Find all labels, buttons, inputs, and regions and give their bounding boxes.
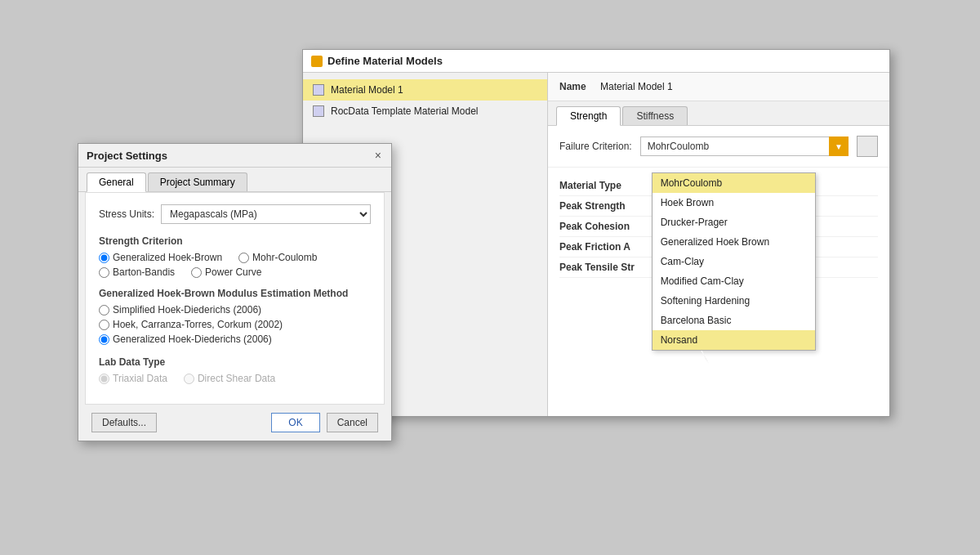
strength-criterion-group: Strength Criterion Generalized Hoek-Brow…: [99, 235, 371, 278]
project-body: Stress Units: Megapascals (MPa) Strength…: [85, 192, 385, 405]
material-item-label-1: RocData Template Material Model: [331, 105, 479, 117]
dropdown-item-4[interactable]: Cam-Clay: [653, 252, 815, 271]
failure-criterion-extra-button[interactable]: [857, 136, 878, 157]
strength-radio-bb-label: Barton-Bandis: [113, 266, 175, 278]
project-dialog: Project Settings × General Project Summa…: [78, 143, 392, 441]
strength-radio-ghb-label: Generalized Hoek-Brown: [113, 252, 222, 263]
strength-radio-mc: Mohr-Coulomb: [238, 252, 317, 263]
modulus-radio-1-label: Hoek, Carranza-Torres, Corkum (2002): [113, 319, 283, 330]
lab-radio-direct-label: Direct Shear Data: [198, 373, 275, 384]
strength-radio-pc-input[interactable]: [191, 267, 202, 278]
failure-criterion-dropdown-arrow[interactable]: ▼: [829, 137, 849, 156]
lab-data-row: Triaxial Data Direct Shear Data: [99, 373, 371, 384]
cancel-button[interactable]: Cancel: [327, 413, 378, 432]
modulus-radio-0-input[interactable]: [99, 305, 109, 316]
failure-criterion-label: Failure Criterion:: [559, 141, 632, 152]
dialog-title-icon: [311, 56, 323, 67]
stress-units-select[interactable]: Megapascals (MPa): [161, 204, 371, 224]
modulus-radio-0-label: Simplified Hoek-Diederichs (2006): [113, 304, 261, 316]
strength-radio-mc-label: Mohr-Coulomb: [252, 252, 317, 263]
proj-tab-general[interactable]: General: [87, 172, 146, 192]
failure-criterion-value: MohrCoulomb: [648, 141, 709, 152]
project-close-button[interactable]: ×: [373, 149, 383, 162]
modulus-section-label: Generalized Hoek-Brown Modulus Estimatio…: [99, 288, 371, 299]
ok-cancel-row: OK Cancel: [271, 413, 378, 432]
dropdown-item-7[interactable]: Barcelona Basic: [653, 311, 815, 330]
strength-radio-bb-input[interactable]: [99, 267, 109, 278]
modulus-radio-1-input[interactable]: [99, 320, 109, 330]
dropdown-item-1[interactable]: Hoek Brown: [653, 193, 815, 213]
dropdown-item-6[interactable]: Softening Hardening: [653, 291, 815, 311]
strength-criterion-radio-row2: Barton-Bandis Power Curve: [99, 266, 371, 278]
material-name-label: Name: [559, 81, 592, 92]
dropdown-item-5[interactable]: Modified Cam-Clay: [653, 271, 815, 291]
failure-criterion-select[interactable]: MohrCoulomb: [640, 137, 849, 156]
tab-strength[interactable]: Strength: [556, 106, 621, 126]
modulus-section: Generalized Hoek-Brown Modulus Estimatio…: [99, 288, 371, 345]
project-titlebar: Project Settings ×: [78, 144, 391, 168]
strength-radio-pc: Power Curve: [191, 266, 261, 278]
strength-radio-ghb: Generalized Hoek-Brown: [99, 252, 222, 263]
failure-criterion-row: Failure Criterion: MohrCoulomb ▼ MohrCou…: [548, 126, 889, 168]
strength-criterion-radio-row: Generalized Hoek-Brown Mohr-Coulomb: [99, 252, 371, 263]
lab-data-label: Lab Data Type: [99, 356, 371, 368]
ok-button[interactable]: OK: [271, 413, 319, 432]
lab-radio-triaxial-label: Triaxial Data: [113, 373, 167, 384]
tab-stiffness[interactable]: Stiffness: [622, 106, 688, 125]
strength-radio-bb: Barton-Bandis: [99, 266, 175, 278]
modulus-radio-0: Simplified Hoek-Diederichs (2006): [99, 304, 371, 316]
failure-criterion-dropdown-list: MohrCoulomb Hoek Brown Drucker-Prager Ge…: [652, 172, 816, 351]
material-detail-panel: Name Material Model 1 Strength Stiffness…: [548, 73, 889, 416]
dropdown-item-2[interactable]: Drucker-Prager: [653, 213, 815, 232]
material-list-item-0[interactable]: Material Model 1: [303, 79, 547, 101]
material-item-label-0: Material Model 1: [331, 84, 403, 96]
strength-criterion-label: Strength Criterion: [99, 235, 371, 247]
failure-criterion-select-wrapper: MohrCoulomb ▼ MohrCoulomb Hoek Brown Dru…: [640, 137, 849, 156]
lab-radio-triaxial-input: [99, 374, 109, 384]
strength-radio-mc-input[interactable]: [238, 253, 249, 263]
project-footer: Defaults... OK Cancel: [78, 405, 391, 441]
material-name-value: Material Model 1: [600, 81, 878, 92]
stress-units-label: Stress Units:: [99, 208, 154, 220]
project-tabs-row: General Project Summary: [78, 168, 391, 192]
modulus-radio-2-input[interactable]: [99, 334, 109, 345]
strength-radio-pc-label: Power Curve: [205, 266, 261, 278]
lab-radio-direct: Direct Shear Data: [184, 373, 275, 384]
lab-radio-triaxial: Triaxial Data: [99, 373, 167, 384]
defaults-button[interactable]: Defaults...: [91, 413, 157, 432]
project-title: Project Settings: [87, 150, 167, 162]
dropdown-item-0[interactable]: MohrCoulomb: [653, 173, 815, 193]
material-name-row: Name Material Model 1: [548, 73, 889, 101]
strength-radio-ghb-input[interactable]: [99, 253, 109, 263]
proj-tab-summary[interactable]: Project Summary: [148, 172, 247, 191]
material-item-icon-1: [313, 105, 324, 117]
dropdown-item-8[interactable]: Norsand: [653, 330, 815, 350]
material-item-icon-0: [313, 84, 324, 96]
material-tabs-row: Strength Stiffness: [548, 101, 889, 126]
stress-units-row: Stress Units: Megapascals (MPa): [99, 204, 371, 224]
dropdown-item-3[interactable]: Generalized Hoek Brown: [653, 232, 815, 252]
material-list-item-1[interactable]: RocData Template Material Model: [303, 101, 547, 122]
material-dialog-titlebar: Define Material Models: [303, 50, 889, 73]
material-dialog-title: Define Material Models: [327, 55, 443, 67]
modulus-radio-2: Generalized Hoek-Diederichs (2006): [99, 333, 371, 345]
lab-radio-direct-input: [184, 374, 194, 384]
lab-data-section: Lab Data Type Triaxial Data Direct Shear…: [99, 356, 371, 384]
modulus-radio-2-label: Generalized Hoek-Diederichs (2006): [113, 333, 272, 345]
modulus-radio-1: Hoek, Carranza-Torres, Corkum (2002): [99, 319, 371, 330]
